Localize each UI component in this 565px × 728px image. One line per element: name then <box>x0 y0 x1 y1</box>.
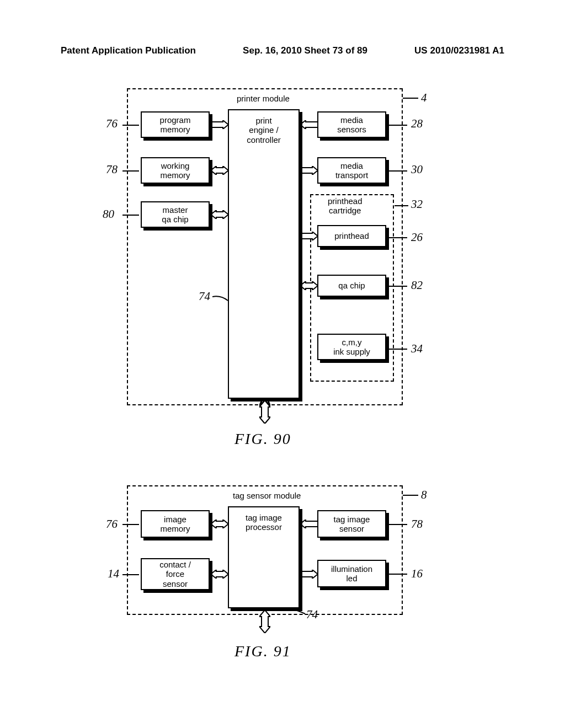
master-qa-chip-box: master qa chip <box>141 201 210 228</box>
leader-76 <box>122 125 139 126</box>
header-right: US 2010/0231981 A1 <box>414 45 504 56</box>
illumination-led-label: illumination led <box>331 564 372 584</box>
leader-34 <box>388 349 407 350</box>
leader-78 <box>122 170 139 172</box>
svg-marker-6 <box>300 281 318 290</box>
working-memory-label: working memory <box>160 161 190 180</box>
leader-74 <box>212 292 229 303</box>
ink-supply-label: c,m,y ink supply <box>333 338 370 357</box>
svg-marker-9 <box>211 520 228 528</box>
master-qa-chip-label: master qa chip <box>162 205 188 224</box>
fig-91-diagram: tag sensor module tag image processor im… <box>0 480 565 689</box>
working-memory-box: working memory <box>141 157 210 184</box>
image-memory-box: image memory <box>141 510 210 538</box>
arrow-sensors-to-engine <box>300 120 318 129</box>
svg-marker-2 <box>211 210 228 219</box>
header-left: Patent Application Publication <box>61 45 196 56</box>
leader-26 <box>388 237 407 238</box>
ref-30: 30 <box>411 163 423 176</box>
media-transport-label: media transport <box>335 161 368 180</box>
ref-76: 76 <box>106 117 118 131</box>
leader-80 <box>122 215 139 216</box>
arrow-tag-sensor-to-processor <box>300 520 318 528</box>
header-center: Sep. 16, 2010 Sheet 73 of 89 <box>243 45 367 56</box>
ref-8: 8 <box>421 488 427 502</box>
illumination-led-box: illumination led <box>317 560 386 587</box>
ref-74: 74 <box>199 290 210 303</box>
arrow-tag-module-down <box>259 610 270 633</box>
ink-supply-box: c,m,y ink supply <box>317 334 386 360</box>
ref-76-91: 76 <box>106 517 118 531</box>
print-engine-controller-label: print engine / controller <box>247 116 281 144</box>
page-header: Patent Application Publication Sep. 16, … <box>0 45 565 56</box>
fig-90-diagram: printer module print engine / controller… <box>0 83 565 458</box>
leader-76-91 <box>122 524 139 525</box>
svg-marker-11 <box>300 520 318 528</box>
ref-82: 82 <box>411 279 423 292</box>
leader-32 <box>395 205 408 206</box>
tag-sensor-module-title: tag sensor module <box>231 491 303 500</box>
media-sensors-box: media sensors <box>317 111 386 138</box>
ref-14: 14 <box>108 567 119 581</box>
tag-image-processor-box: tag image processor <box>228 506 300 608</box>
arrow-image-memory-processor <box>211 520 228 528</box>
media-sensors-label: media sensors <box>337 115 366 135</box>
print-engine-controller-box: print engine / controller <box>228 109 300 399</box>
ref-32: 32 <box>411 197 423 211</box>
contact-force-sensor-box: contact / force sensor <box>141 558 210 590</box>
arrow-engine-to-printhead <box>300 232 318 240</box>
svg-marker-3 <box>300 120 318 129</box>
leader-14 <box>122 574 139 575</box>
printer-module-title: printer module <box>234 94 292 103</box>
leader-82 <box>388 286 407 287</box>
leader-4 <box>403 98 418 99</box>
printhead-box: printhead <box>317 225 386 247</box>
arrow-program-to-engine <box>211 120 228 129</box>
ref-78: 78 <box>106 163 118 176</box>
program-memory-box: program memory <box>141 111 210 138</box>
printhead-cartridge-title: printhead cartridge <box>326 197 365 215</box>
ref-28: 28 <box>411 117 423 131</box>
printhead-label: printhead <box>334 231 369 240</box>
leader-16 <box>388 574 407 575</box>
contact-force-sensor-label: contact / force sensor <box>159 560 191 588</box>
svg-marker-5 <box>300 232 318 240</box>
ref-4: 4 <box>421 91 427 105</box>
fig-90-caption: FIG. 90 <box>234 430 291 448</box>
leader-28 <box>388 125 407 126</box>
ref-74-91: 74 <box>306 608 318 622</box>
tag-image-sensor-box: tag image sensor <box>317 510 386 538</box>
leader-8-91 <box>403 495 418 496</box>
svg-marker-4 <box>300 166 318 175</box>
arrow-processor-to-led <box>300 570 318 579</box>
tag-image-processor-label: tag image processor <box>246 513 282 532</box>
program-memory-label: program memory <box>160 115 191 135</box>
svg-marker-1 <box>211 166 228 175</box>
svg-marker-0 <box>211 120 228 129</box>
arrow-working-engine <box>211 166 228 175</box>
ref-78-91: 78 <box>411 517 423 531</box>
ref-26: 26 <box>411 231 423 244</box>
media-transport-box: media transport <box>317 157 386 184</box>
svg-marker-12 <box>300 570 318 579</box>
image-memory-label: image memory <box>160 515 190 534</box>
ref-34: 34 <box>411 342 423 356</box>
arrow-contact-processor <box>211 570 228 579</box>
fig-91-caption: FIG. 91 <box>234 643 291 660</box>
svg-marker-13 <box>259 610 270 633</box>
leader-30 <box>388 170 407 172</box>
leader-78-91 <box>388 524 407 525</box>
qa-chip-label: qa chip <box>338 281 365 290</box>
arrow-engine-qa-chip <box>300 281 318 290</box>
svg-marker-10 <box>211 570 228 579</box>
arrow-master-qa-engine <box>211 210 228 219</box>
ref-16: 16 <box>411 567 423 581</box>
ref-80: 80 <box>103 207 114 221</box>
tag-image-sensor-label: tag image sensor <box>334 515 370 534</box>
qa-chip-box: qa chip <box>317 275 386 297</box>
arrow-module-down <box>259 400 270 424</box>
arrow-engine-to-transport <box>300 166 318 175</box>
